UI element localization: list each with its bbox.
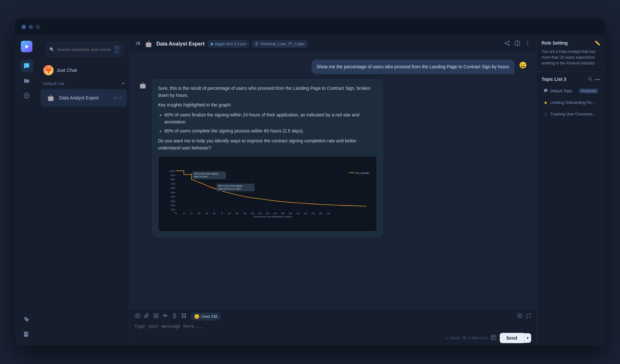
- topic-item-lending[interactable]: ★ Lending Onboarding Flow Sank...: [542, 97, 600, 108]
- user-message-row: Show me the percentage of users who proc…: [137, 60, 529, 74]
- grid-icon[interactable]: [181, 313, 187, 320]
- sidebar-item-globe[interactable]: [20, 89, 33, 102]
- svg-text:228: 228: [319, 212, 322, 215]
- dot-red[interactable]: [21, 25, 26, 29]
- dot-yellow[interactable]: [29, 25, 33, 29]
- collapse-button[interactable]: [135, 41, 140, 47]
- svg-text:120: 120: [251, 212, 254, 215]
- svg-text:90%: 90%: [171, 174, 175, 177]
- svg-text:KM_estimate: KM_estimate: [356, 172, 369, 174]
- table-icon[interactable]: [153, 313, 159, 320]
- note-icon[interactable]: [491, 334, 497, 342]
- star-filled-icon: ★: [544, 100, 548, 105]
- svg-text:60%: 60%: [171, 187, 175, 190]
- chat-icon: [544, 89, 548, 94]
- svg-text:within 60 hours (2.5 days): within 60 hours (2.5 days): [217, 187, 241, 190]
- dot-green[interactable]: [36, 25, 40, 29]
- model-badge: sagan-text-3.2-pro: [208, 40, 249, 47]
- svg-rect-110: [182, 316, 183, 318]
- svg-text:80% of Users done signing: 80% of Users done signing: [218, 185, 242, 187]
- chat-header: 🤖 Data Analyst Expert sagan-text-3.2-pro…: [130, 35, 536, 53]
- edit-role-icon[interactable]: ✏️: [595, 40, 600, 46]
- chat-item-info: Data Analyst Expert: [59, 95, 110, 100]
- file-badge: Personal_Loan_PI_2.pptx: [252, 40, 308, 47]
- search-bar[interactable]: 🔍 ⌘ K: [46, 42, 124, 57]
- svg-line-120: [591, 80, 592, 81]
- svg-text:100%: 100%: [169, 170, 175, 172]
- chat-item-name: Data Analyst Expert: [59, 95, 110, 100]
- user-avatar: 😄: [518, 60, 529, 71]
- camera-icon[interactable]: [135, 313, 140, 320]
- topic-header-icons: •••: [588, 77, 600, 82]
- chat-item[interactable]: 🤖 Data Analyst Expert 10:19: [41, 89, 127, 106]
- star-outline-icon: ☆: [544, 112, 548, 117]
- chat-item-time: 10:19: [113, 96, 122, 100]
- chevron-down-icon[interactable]: ▾: [122, 81, 124, 86]
- svg-point-11: [505, 43, 506, 44]
- share-icon[interactable]: [504, 40, 510, 48]
- sidebar-item-folder[interactable]: [20, 74, 33, 87]
- svg-text:60% of Users done signing: 60% of Users done signing: [194, 173, 218, 175]
- topic-item-default[interactable]: Default Topic Temporary: [542, 86, 600, 96]
- svg-rect-5: [136, 42, 138, 45]
- panel-icon[interactable]: [514, 40, 520, 48]
- assistant-avatar: 🤖: [137, 80, 148, 91]
- paperclip-icon[interactable]: [144, 313, 149, 320]
- svg-rect-99: [135, 314, 140, 318]
- chat-item-avatar: 🤖: [45, 92, 56, 103]
- input-row: [135, 323, 531, 330]
- search-input[interactable]: [57, 47, 111, 52]
- send-dropdown-button[interactable]: ▾: [524, 333, 531, 343]
- svg-text:12: 12: [183, 212, 185, 215]
- expand-input-icon[interactable]: [526, 313, 531, 320]
- topic-section: Topic List 3 ••• Default Topic Temporary: [537, 72, 605, 346]
- svg-point-100: [136, 315, 138, 317]
- topic-list-title: Topic List 3: [542, 77, 566, 82]
- model-badge-dot: [211, 43, 213, 45]
- header-title: Data Analyst Expert: [157, 41, 205, 47]
- menu-icon[interactable]: [525, 40, 531, 48]
- just-chat-item[interactable]: 🦊 Just Chat: [38, 62, 129, 79]
- svg-text:10%: 10%: [171, 208, 175, 211]
- svg-point-10: [508, 41, 509, 42]
- svg-point-2: [25, 318, 26, 319]
- send-button[interactable]: Send: [500, 333, 523, 343]
- mic-icon[interactable]: [172, 313, 177, 320]
- svg-text:30%: 30%: [171, 200, 175, 202]
- topic-item-tracking[interactable]: ☆ Tracking User Conversion from ...: [542, 109, 600, 119]
- assistant-bubble: Sure, this is the result of percentage o…: [152, 79, 383, 237]
- svg-text:40%: 40%: [171, 196, 175, 198]
- waveform-icon[interactable]: [163, 313, 168, 320]
- svg-line-14: [506, 44, 508, 45]
- header-avatar: 🤖: [144, 39, 153, 49]
- topic-more-icon[interactable]: •••: [595, 77, 600, 82]
- svg-text:96: 96: [236, 212, 238, 215]
- search-icon: 🔍: [49, 47, 55, 52]
- sidebar-item-tag[interactable]: [20, 313, 33, 326]
- topic-header: Topic List 3 •••: [542, 77, 600, 82]
- svg-rect-109: [184, 314, 186, 315]
- svg-line-13: [506, 42, 508, 43]
- list-header: Default List ▾: [38, 79, 129, 89]
- clear-input-icon[interactable]: [517, 313, 522, 320]
- svg-point-119: [589, 77, 591, 80]
- assistant-message-row: 🤖 Sure, this is the result of percentage…: [137, 79, 529, 237]
- svg-text:24: 24: [190, 212, 193, 215]
- message-input[interactable]: [135, 323, 531, 330]
- topic-search-icon[interactable]: [588, 77, 592, 82]
- assistant-outro: Do you want me to help you identify ways…: [158, 137, 377, 152]
- chat-list-panel: 🔍 ⌘ K ✏️ 🦊 Just Chat Default List ▾ 🤖 Da…: [38, 35, 130, 346]
- svg-text:240: 240: [327, 212, 330, 215]
- svg-text:180: 180: [288, 212, 292, 215]
- sidebar-item-book[interactable]: [20, 328, 33, 341]
- sidebar-item-chat[interactable]: [20, 60, 33, 72]
- token-badge: 😊 Used 338: [191, 313, 221, 320]
- svg-text:60: 60: [213, 212, 216, 215]
- default-list-label: Default List: [43, 81, 64, 86]
- svg-text:36: 36: [198, 212, 200, 215]
- svg-point-18: [527, 43, 528, 44]
- svg-text:0: 0: [175, 212, 177, 215]
- role-title: Role Setting: [542, 40, 568, 46]
- titlebar: [15, 19, 605, 35]
- svg-text:Hours since Loan Application C: Hours since Loan Application Creation: [253, 215, 292, 218]
